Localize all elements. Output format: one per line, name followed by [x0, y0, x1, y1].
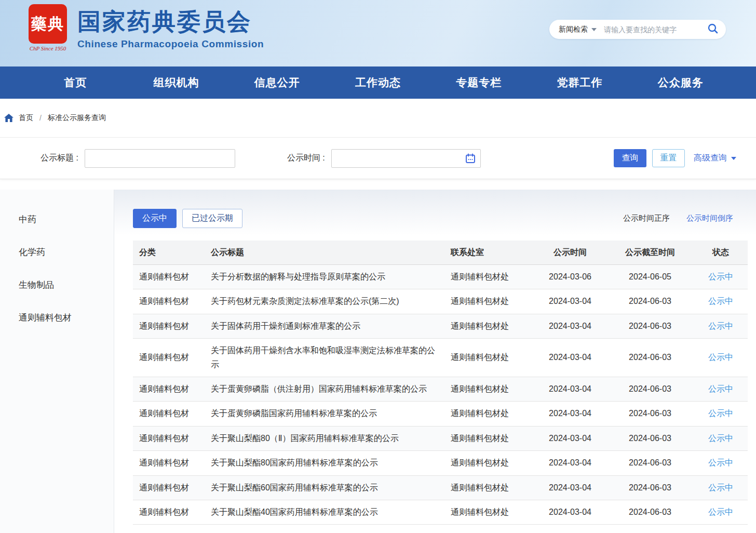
table-row: 通则辅料包材 关于聚山梨酯80国家药用辅料标准草案的公示 通则辅料包材处 202… — [133, 451, 748, 475]
row-deadline-date: 2024-06-03 — [606, 481, 694, 495]
nav-item[interactable]: 工作动态 — [328, 66, 428, 99]
nav-item[interactable]: 组织机构 — [126, 66, 226, 99]
row-publish-date: 2024-03-04 — [534, 456, 606, 470]
row-title-link[interactable]: 关于固体药用干燥剂通则标准草案的公示 — [211, 319, 451, 333]
nav-list: 首页 组织机构 信息公开 工作动态 专题专栏 党群工作 公众服务 — [0, 66, 756, 99]
row-status-link[interactable]: 公示中 — [694, 432, 748, 445]
row-status-link[interactable]: 公示中 — [694, 319, 748, 333]
row-status-link[interactable]: 公示中 — [694, 505, 748, 519]
home-icon[interactable] — [4, 114, 14, 122]
row-publish-date: 2024-03-06 — [534, 270, 606, 284]
nav-item[interactable]: 首页 — [25, 66, 126, 99]
table-row: 通则辅料包材 关于固体药用干燥剂通则标准草案的公示 通则辅料包材处 2024-0… — [133, 314, 748, 339]
category-sidebar: 中药 化学药 生物制品 通则辅料包材 — [0, 190, 114, 533]
row-publish-date: 2024-03-04 — [534, 505, 606, 519]
filter-panel: 公示标题 : 公示时间 : 查询 重置 高级查询 — [0, 137, 756, 179]
content-area: 中药 化学药 生物制品 通则辅料包材 公示中 已过公示期 公示时间正序 公示时间… — [0, 190, 756, 533]
nav-item[interactable]: 党群工作 — [529, 66, 630, 99]
advanced-search-link[interactable]: 高级查询 — [694, 153, 736, 164]
row-category: 通则辅料包材 — [133, 456, 211, 470]
row-title-link[interactable]: 关于聚山梨酯80（Ⅱ）国家药用辅料标准草案的公示 — [211, 432, 451, 445]
header-status: 状态 — [694, 246, 748, 259]
site-title: 国家药典委员会 — [77, 8, 264, 35]
reset-button[interactable]: 重置 — [652, 149, 685, 167]
nav-item[interactable]: 信息公开 — [227, 66, 328, 99]
row-title-link[interactable]: 关于药包材元素杂质测定法标准草案的公示(第二次) — [211, 295, 451, 308]
row-category: 通则辅料包材 — [133, 295, 211, 308]
row-publish-date: 2024-03-04 — [534, 481, 606, 495]
row-category: 通则辅料包材 — [133, 432, 211, 445]
main-nav: 首页 组织机构 信息公开 工作动态 专题专栏 党群工作 公众服务 — [0, 66, 756, 99]
header-category: 分类 — [133, 246, 211, 259]
table-row: 通则辅料包材 关于蛋黄卵磷脂（供注射用）国家药用辅料标准草案的公示 通则辅料包材… — [133, 377, 748, 402]
breadcrumb-home[interactable]: 首页 — [19, 113, 33, 123]
sort-time-ascending[interactable]: 公示时间正序 — [623, 214, 670, 223]
row-department: 通则辅料包材处 — [451, 319, 534, 333]
table-row: 通则辅料包材 关于聚山梨酯80（Ⅱ）国家药用辅料标准草案的公示 通则辅料包材处 … — [133, 427, 748, 451]
sidebar-item[interactable]: 生物制品 — [0, 269, 114, 301]
time-filter-input[interactable] — [331, 149, 481, 168]
header-title: 公示标题 — [211, 246, 451, 259]
row-title-link[interactable]: 关于聚山梨酯80国家药用辅料标准草案的公示 — [211, 456, 451, 470]
row-publish-date: 2024-03-04 — [534, 432, 606, 445]
search-input[interactable] — [604, 25, 707, 34]
nav-item[interactable]: 专题专栏 — [428, 66, 529, 99]
row-title-link[interactable]: 关于蛋黄卵磷脂国家药用辅料标准草案的公示 — [211, 407, 451, 420]
main-panel: 公示中 已过公示期 公示时间正序 公示时间倒序 分类 公示标题 联系处室 公示时… — [114, 190, 756, 533]
row-status-link[interactable]: 公示中 — [694, 382, 748, 396]
row-category: 通则辅料包材 — [133, 481, 211, 495]
row-publish-date: 2024-03-04 — [534, 407, 606, 420]
row-title-link[interactable]: 关于聚山梨酯60国家药用辅料标准草案的公示 — [211, 481, 451, 495]
sidebar-item[interactable]: 中药 — [0, 203, 114, 236]
row-title-link[interactable]: 关于聚山梨酯40国家药用辅料标准草案的公示 — [211, 505, 451, 519]
header-search: 新闻检索 — [549, 20, 726, 39]
row-department: 通则辅料包材处 — [451, 295, 534, 308]
search-category-dropdown[interactable]: 新闻检索 — [559, 25, 597, 34]
site-subtitle: Chinese Pharmacopoeia Commission — [77, 38, 264, 50]
tab-in-publicity[interactable]: 公示中 — [133, 209, 177, 228]
site-header: 藥典 ChP Since 1950 国家药典委员会 Chinese Pharma… — [0, 0, 756, 66]
row-department: 通则辅料包材处 — [451, 456, 534, 470]
breadcrumb: 首页 / 标准公示服务查询 — [0, 99, 756, 137]
chevron-down-icon — [591, 28, 597, 31]
row-deadline-date: 2024-06-03 — [606, 319, 694, 333]
sidebar-item[interactable]: 通则辅料包材 — [0, 301, 114, 334]
sort-time-descending[interactable]: 公示时间倒序 — [686, 214, 733, 223]
row-deadline-date: 2024-06-03 — [606, 351, 694, 364]
breadcrumb-separator: / — [39, 114, 42, 122]
row-deadline-date: 2024-06-03 — [606, 505, 694, 519]
row-title-link[interactable]: 关于蛋黄卵磷脂（供注射用）国家药用辅料标准草案的公示 — [211, 382, 451, 396]
row-deadline-date: 2024-06-03 — [606, 382, 694, 396]
row-deadline-date: 2024-06-05 — [606, 270, 694, 284]
calendar-icon[interactable] — [465, 153, 476, 164]
sidebar-item[interactable]: 化学药 — [0, 236, 114, 269]
row-department: 通则辅料包材处 — [451, 505, 534, 519]
row-category: 通则辅料包材 — [133, 319, 211, 333]
row-title-link[interactable]: 关于固体药用干燥剂含水率和饱和吸湿率测定法标准草案的公示 — [211, 344, 451, 371]
title-filter-input[interactable] — [85, 149, 235, 168]
table-header-row: 分类 公示标题 联系处室 公示时间 公示截至时间 状态 — [133, 241, 748, 265]
row-title-link[interactable]: 关于分析数据的解释与处理指导原则草案的公示 — [211, 270, 451, 284]
row-publish-date: 2024-03-04 — [534, 295, 606, 308]
table-row: 通则辅料包材 关于药包材元素杂质测定法标准草案的公示(第二次) 通则辅料包材处 … — [133, 289, 748, 314]
row-status-link[interactable]: 公示中 — [694, 295, 748, 308]
row-status-link[interactable]: 公示中 — [694, 351, 748, 364]
tab-expired-publicity[interactable]: 已过公示期 — [182, 209, 242, 228]
seal-caption: ChP Since 1950 — [29, 45, 67, 51]
title-filter-label: 公示标题 : — [40, 153, 78, 164]
query-button[interactable]: 查询 — [614, 149, 646, 167]
row-status-link[interactable]: 公示中 — [694, 481, 748, 495]
table-row: 通则辅料包材 关于分析数据的解释与处理指导原则草案的公示 通则辅料包材处 202… — [133, 265, 748, 289]
row-department: 通则辅料包材处 — [451, 481, 534, 495]
row-category: 通则辅料包材 — [133, 270, 211, 284]
row-status-link[interactable]: 公示中 — [694, 407, 748, 420]
row-category: 通则辅料包材 — [133, 382, 211, 396]
search-icon[interactable] — [707, 23, 719, 36]
row-publish-date: 2024-03-04 — [534, 319, 606, 333]
nav-item[interactable]: 公众服务 — [630, 66, 731, 99]
row-status-link[interactable]: 公示中 — [694, 456, 748, 470]
row-status-link[interactable]: 公示中 — [694, 270, 748, 284]
table-row: 通则辅料包材 关于固体药用干燥剂含水率和饱和吸湿率测定法标准草案的公示 通则辅料… — [133, 339, 748, 377]
brand: 藥典 ChP Since 1950 国家药典委员会 Chinese Pharma… — [29, 4, 264, 51]
row-category: 通则辅料包材 — [133, 505, 211, 519]
